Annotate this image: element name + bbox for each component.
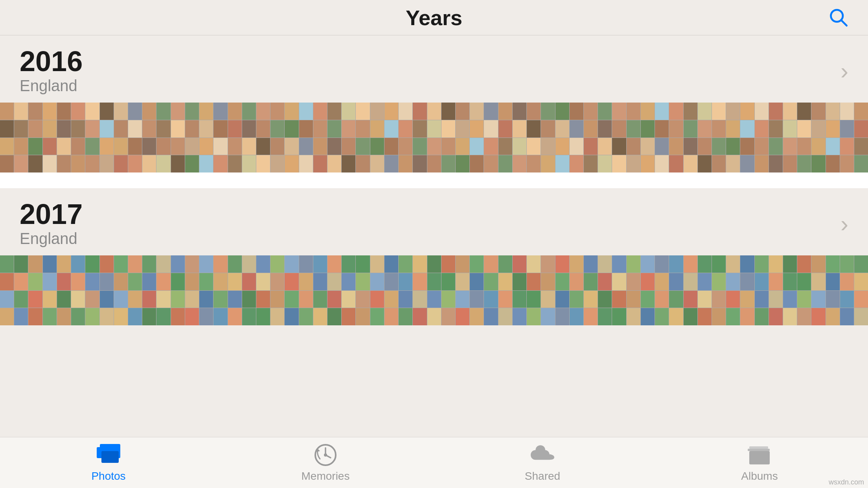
tab-photos[interactable]: Photos — [0, 443, 217, 482]
photo-col — [612, 255, 626, 325]
photo-col — [199, 103, 213, 172]
svg-rect-4 — [101, 451, 119, 463]
photo-col — [627, 255, 640, 325]
photo-col — [199, 255, 213, 325]
photo-col — [285, 103, 298, 172]
photo-col — [43, 255, 57, 325]
year-location-2017: England — [20, 230, 83, 248]
photo-col — [327, 103, 341, 172]
svg-line-1 — [842, 20, 847, 26]
photo-col — [769, 255, 783, 325]
photo-col — [142, 103, 156, 172]
photo-col — [513, 255, 526, 325]
photo-col — [71, 255, 85, 325]
year-header-2017[interactable]: 2017 England › — [0, 188, 868, 255]
photo-col — [356, 255, 370, 325]
photo-col — [783, 103, 797, 172]
photo-col — [100, 255, 114, 325]
search-icon — [828, 7, 848, 27]
photo-col — [641, 255, 655, 325]
photo-col — [270, 255, 284, 325]
photo-col — [342, 103, 355, 172]
photo-col — [384, 103, 398, 172]
main-scroll-area: 2016 England › — [0, 35, 868, 437]
shared-icon — [531, 443, 554, 467]
photo-col — [441, 255, 455, 325]
photo-col — [256, 103, 270, 172]
photo-col — [840, 255, 854, 325]
photo-col — [655, 103, 669, 172]
watermark: wsxdn.com — [829, 478, 864, 486]
photo-strip-2016[interactable] — [0, 103, 868, 172]
photo-strip-2017[interactable] — [0, 255, 868, 325]
photo-col — [854, 255, 868, 325]
photo-col — [57, 103, 71, 172]
photo-col — [527, 103, 541, 172]
photo-col — [570, 255, 583, 325]
year-number-2017: 2017 — [20, 200, 83, 228]
photo-col — [541, 255, 555, 325]
photo-col — [726, 255, 740, 325]
photo-col — [555, 103, 569, 172]
header: Years — [0, 0, 868, 35]
photos-icon — [97, 443, 120, 467]
photo-col — [513, 103, 526, 172]
photo-col — [0, 255, 14, 325]
photo-col — [427, 103, 441, 172]
photo-col — [213, 255, 227, 325]
photo-col — [71, 103, 85, 172]
photo-col — [470, 103, 484, 172]
photo-col — [128, 103, 142, 172]
photo-col — [555, 255, 569, 325]
photo-col — [156, 103, 170, 172]
photo-col — [698, 103, 712, 172]
tab-memories-label: Memories — [302, 470, 350, 482]
photo-col — [156, 255, 170, 325]
photo-col — [285, 255, 298, 325]
photo-col — [541, 103, 555, 172]
photo-col — [498, 103, 512, 172]
page-title: Years — [406, 6, 462, 30]
photo-col — [684, 255, 697, 325]
tab-bar: Photos Memories Shared — [0, 437, 868, 488]
photo-col — [598, 103, 612, 172]
tab-albums[interactable]: Albums — [651, 443, 868, 482]
year-header-2016[interactable]: 2016 England › — [0, 35, 868, 103]
year-number-2016: 2016 — [20, 47, 83, 75]
photo-col — [740, 103, 754, 172]
photo-col — [427, 255, 441, 325]
photo-col — [698, 255, 712, 325]
search-button[interactable] — [828, 7, 848, 28]
photo-col — [213, 103, 227, 172]
tab-memories[interactable]: Memories — [217, 443, 434, 482]
year-section-2017: 2017 England › — [0, 188, 868, 325]
photo-col — [484, 255, 498, 325]
tab-albums-label: Albums — [741, 470, 778, 482]
photo-col — [28, 103, 42, 172]
photo-col — [185, 255, 199, 325]
photo-col — [356, 103, 370, 172]
photo-col — [684, 103, 697, 172]
photo-col — [384, 255, 398, 325]
photo-col — [171, 103, 185, 172]
photo-col — [228, 103, 242, 172]
albums-icon — [748, 443, 771, 467]
photo-col — [797, 103, 811, 172]
photo-col — [755, 103, 769, 172]
year-info-2016: 2016 England — [20, 47, 83, 95]
photo-col — [14, 103, 28, 172]
photo-col — [171, 255, 185, 325]
photo-col — [840, 103, 854, 172]
chevron-right-2017: › — [840, 210, 848, 237]
photo-col — [441, 103, 455, 172]
photo-col — [456, 255, 469, 325]
tab-shared[interactable]: Shared — [434, 443, 651, 482]
photo-col — [797, 255, 811, 325]
photo-col — [712, 103, 726, 172]
svg-rect-10 — [749, 446, 768, 449]
photo-col — [28, 255, 42, 325]
photo-col — [826, 255, 840, 325]
photo-col — [85, 103, 99, 172]
photo-col — [43, 103, 57, 172]
year-section-2016: 2016 England › — [0, 35, 868, 172]
